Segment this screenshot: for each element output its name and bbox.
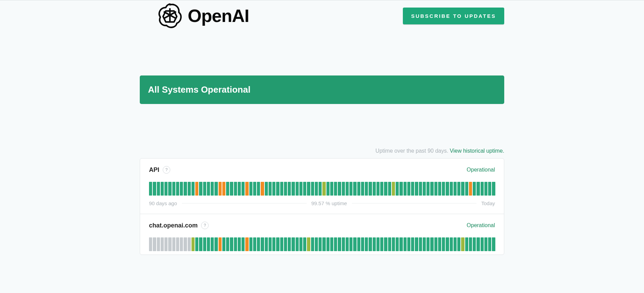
uptime-bar[interactable] bbox=[334, 237, 337, 251]
uptime-bar[interactable] bbox=[188, 237, 191, 251]
uptime-bar[interactable] bbox=[481, 237, 484, 251]
uptime-bar[interactable] bbox=[238, 237, 241, 251]
uptime-bar[interactable] bbox=[319, 182, 322, 196]
uptime-bar[interactable] bbox=[450, 182, 453, 196]
uptime-bar[interactable] bbox=[361, 237, 364, 251]
uptime-bar[interactable] bbox=[392, 182, 395, 196]
uptime-bar[interactable] bbox=[242, 182, 245, 196]
brand-logo[interactable]: OpenAI bbox=[140, 1, 249, 30]
uptime-bar[interactable] bbox=[276, 237, 279, 251]
uptime-bar[interactable] bbox=[349, 182, 352, 196]
uptime-bar[interactable] bbox=[195, 182, 198, 196]
uptime-bar[interactable] bbox=[473, 182, 476, 196]
uptime-bar[interactable] bbox=[207, 182, 210, 196]
uptime-bar[interactable] bbox=[349, 237, 352, 251]
uptime-bar[interactable] bbox=[307, 237, 310, 251]
uptime-bar[interactable] bbox=[195, 237, 198, 251]
uptime-bar[interactable] bbox=[338, 237, 341, 251]
uptime-bar[interactable] bbox=[207, 237, 210, 251]
uptime-bar[interactable] bbox=[280, 237, 283, 251]
uptime-bar[interactable] bbox=[399, 182, 402, 196]
uptime-bar[interactable] bbox=[357, 237, 360, 251]
uptime-bar[interactable] bbox=[369, 182, 372, 196]
uptime-bar[interactable] bbox=[157, 182, 160, 196]
uptime-bar[interactable] bbox=[214, 182, 218, 196]
uptime-bar[interactable] bbox=[191, 237, 195, 251]
uptime-bar[interactable] bbox=[180, 182, 183, 196]
uptime-bar[interactable] bbox=[457, 237, 460, 251]
uptime-bar[interactable] bbox=[261, 237, 264, 251]
uptime-bar[interactable] bbox=[164, 182, 168, 196]
uptime-bar[interactable] bbox=[384, 237, 387, 251]
uptime-bar[interactable] bbox=[191, 182, 195, 196]
uptime-bar[interactable] bbox=[161, 182, 164, 196]
uptime-bar[interactable] bbox=[380, 182, 383, 196]
uptime-bar[interactable] bbox=[242, 237, 245, 251]
uptime-bar[interactable] bbox=[164, 237, 168, 251]
uptime-bar[interactable] bbox=[484, 182, 487, 196]
uptime-bar[interactable] bbox=[388, 182, 391, 196]
uptime-bar[interactable] bbox=[322, 237, 325, 251]
uptime-bar[interactable] bbox=[376, 237, 380, 251]
uptime-bar[interactable] bbox=[249, 182, 252, 196]
uptime-bar[interactable] bbox=[211, 182, 214, 196]
uptime-bar[interactable] bbox=[326, 182, 330, 196]
uptime-bar[interactable] bbox=[457, 182, 460, 196]
uptime-bar[interactable] bbox=[465, 182, 468, 196]
uptime-bar[interactable] bbox=[353, 182, 356, 196]
uptime-bar[interactable] bbox=[257, 182, 260, 196]
uptime-bar[interactable] bbox=[238, 182, 241, 196]
uptime-bar[interactable] bbox=[299, 237, 302, 251]
help-icon[interactable]: ? bbox=[201, 222, 209, 229]
uptime-bar[interactable] bbox=[461, 237, 464, 251]
uptime-bar[interactable] bbox=[269, 182, 272, 196]
uptime-bar[interactable] bbox=[188, 182, 191, 196]
uptime-bar[interactable] bbox=[153, 237, 156, 251]
uptime-bar[interactable] bbox=[180, 237, 183, 251]
uptime-bar[interactable] bbox=[361, 182, 364, 196]
uptime-bar[interactable] bbox=[423, 182, 426, 196]
uptime-bar[interactable] bbox=[476, 237, 480, 251]
uptime-bar[interactable] bbox=[415, 237, 418, 251]
uptime-bar[interactable] bbox=[473, 237, 476, 251]
uptime-bar[interactable] bbox=[230, 237, 233, 251]
uptime-bar[interactable] bbox=[315, 182, 318, 196]
uptime-bar[interactable] bbox=[426, 237, 430, 251]
uptime-bar[interactable] bbox=[184, 182, 187, 196]
uptime-bar[interactable] bbox=[346, 182, 349, 196]
help-icon[interactable]: ? bbox=[163, 166, 170, 174]
uptime-bar[interactable] bbox=[357, 182, 360, 196]
uptime-bar[interactable] bbox=[476, 182, 480, 196]
uptime-bar[interactable] bbox=[484, 237, 487, 251]
uptime-bar[interactable] bbox=[446, 182, 449, 196]
uptime-bar[interactable] bbox=[330, 237, 333, 251]
uptime-bar[interactable] bbox=[222, 237, 225, 251]
uptime-bar[interactable] bbox=[199, 182, 202, 196]
uptime-bar[interactable] bbox=[376, 182, 380, 196]
uptime-bar[interactable] bbox=[307, 182, 310, 196]
uptime-bar[interactable] bbox=[161, 237, 164, 251]
uptime-bar[interactable] bbox=[219, 237, 222, 251]
uptime-bar[interactable] bbox=[172, 237, 175, 251]
uptime-bar[interactable] bbox=[249, 237, 252, 251]
uptime-bar[interactable] bbox=[446, 237, 449, 251]
uptime-bar[interactable] bbox=[284, 237, 287, 251]
uptime-bar[interactable] bbox=[411, 182, 414, 196]
uptime-bar[interactable] bbox=[434, 237, 437, 251]
uptime-bar[interactable] bbox=[319, 237, 322, 251]
uptime-bar[interactable] bbox=[226, 237, 229, 251]
uptime-bar[interactable] bbox=[311, 182, 314, 196]
uptime-bar[interactable] bbox=[346, 237, 349, 251]
uptime-bar[interactable] bbox=[245, 182, 248, 196]
uptime-bar[interactable] bbox=[430, 237, 433, 251]
uptime-bar[interactable] bbox=[411, 237, 414, 251]
uptime-bar[interactable] bbox=[203, 182, 206, 196]
uptime-bar[interactable] bbox=[303, 237, 306, 251]
uptime-bar[interactable] bbox=[392, 237, 395, 251]
uptime-bar[interactable] bbox=[407, 182, 410, 196]
uptime-bar[interactable] bbox=[280, 182, 283, 196]
uptime-bar[interactable] bbox=[230, 182, 233, 196]
uptime-bar[interactable] bbox=[430, 182, 433, 196]
uptime-bar[interactable] bbox=[322, 182, 325, 196]
uptime-bar[interactable] bbox=[219, 182, 222, 196]
